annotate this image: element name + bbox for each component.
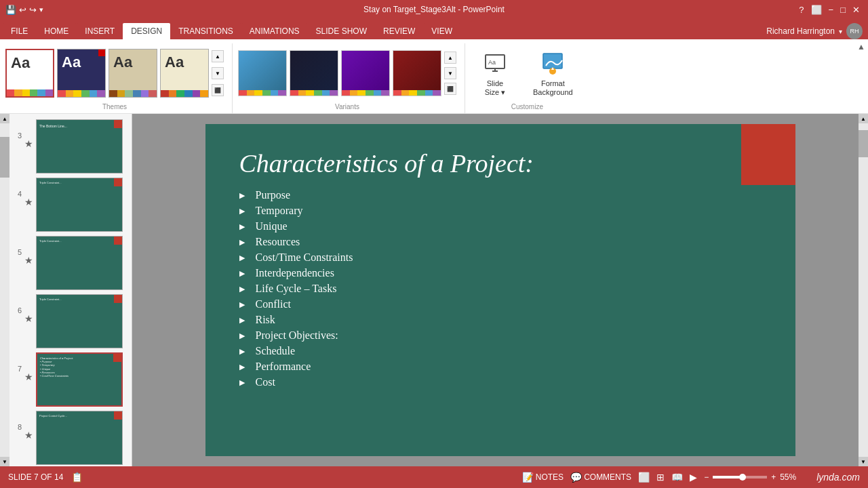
slide-thumb-4[interactable]: Triple Constraint...: [36, 178, 123, 232]
variant-4[interactable]: [393, 50, 441, 96]
slide-panel-scroll-track: [0, 123, 9, 457]
slide-thumb-8[interactable]: Project Control Cycle...: [36, 411, 123, 465]
slide-star-4: ★: [24, 178, 33, 207]
comments-button[interactable]: 💬 COMMENTS: [570, 472, 631, 483]
variants-scroll-more[interactable]: ⬛: [444, 83, 456, 95]
format-background-button[interactable]: FormatBackground: [528, 47, 578, 100]
slide-thumb-3[interactable]: The Bottom Line...: [36, 119, 123, 174]
variant-3[interactable]: [341, 50, 390, 96]
normal-view-icon[interactable]: ⬜: [638, 472, 650, 483]
zoom-handle[interactable]: [739, 474, 746, 481]
theme-tile-3[interactable]: Aa: [108, 49, 157, 98]
variants-scroll-down[interactable]: ▼: [444, 67, 456, 79]
tab-file[interactable]: FILE: [3, 23, 36, 39]
user-area[interactable]: Richard Harrington ▾ RH: [761, 23, 868, 39]
slide-notes-toggle-icon[interactable]: 📋: [71, 472, 83, 483]
canvas-scroll-down[interactable]: ▼: [859, 457, 868, 466]
tab-transitions[interactable]: TRANSITIONS: [170, 23, 241, 39]
slideshow-icon[interactable]: ▶: [690, 472, 697, 483]
theme-tile-2[interactable]: Aa: [57, 49, 106, 98]
themes-scroll-down[interactable]: ▼: [212, 67, 224, 79]
canvas-scroll-up[interactable]: ▲: [859, 114, 868, 123]
slide-content: ▶ Purpose ▶ Temporary ▶ Unique ▶ Resourc…: [205, 189, 795, 388]
slide-number-5: 5: [12, 236, 22, 256]
theme-tile-4[interactable]: Aa: [160, 49, 209, 98]
zoom-control[interactable]: − + 55%: [704, 472, 796, 482]
slide-info: SLIDE 7 OF 14: [8, 472, 63, 482]
tab-home[interactable]: HOME: [36, 23, 77, 39]
customize-group: Aa SlideSize ▾ FormatBackground: [471, 43, 584, 113]
themes-scroll-up[interactable]: ▲: [212, 50, 224, 62]
zoom-minus[interactable]: −: [704, 472, 709, 482]
tab-review[interactable]: REVIEW: [375, 23, 423, 39]
slide-title: Characteristics of a Project:: [205, 124, 795, 189]
slide-item-8[interactable]: 8 ★ Project Control Cycle...: [12, 411, 129, 465]
slide-star-6: ★: [24, 294, 33, 324]
main-slide[interactable]: Characteristics of a Project: ▶ Purpose …: [205, 124, 795, 456]
bullet-lifecycle: ▶ Life Cycle – Tasks: [239, 283, 762, 295]
reading-view-icon[interactable]: 📖: [671, 472, 683, 483]
bullet-risk: ▶ Risk: [239, 314, 762, 326]
user-avatar: RH: [846, 23, 863, 39]
lynda-watermark: lynda.com: [816, 472, 860, 483]
slide-size-label: SlideSize ▾: [485, 79, 505, 97]
bullet-project-objectives: ▶ Project Objectives:: [239, 329, 762, 342]
slide-number-3: 3: [12, 119, 22, 140]
bullet-resources: ▶ Resources: [239, 236, 762, 248]
format-background-label: FormatBackground: [533, 79, 573, 97]
slide-star-3: ★: [24, 119, 33, 149]
restore-down-icon[interactable]: ⬜: [808, 5, 825, 15]
svg-text:Aa: Aa: [488, 59, 496, 66]
variants-group-label: Variants: [238, 103, 456, 113]
variant-1[interactable]: [238, 50, 287, 96]
notes-button[interactable]: 📝 NOTES: [522, 472, 564, 483]
zoom-level[interactable]: 55%: [780, 472, 796, 482]
save-icon[interactable]: 💾: [5, 5, 16, 15]
help-icon[interactable]: ?: [796, 5, 806, 15]
user-dropdown-icon[interactable]: ▾: [839, 28, 842, 35]
tab-slideshow[interactable]: SLIDE SHOW: [308, 23, 375, 39]
tab-design[interactable]: DESIGN: [123, 23, 170, 39]
slide-thumb-6[interactable]: Triple Constraint...: [36, 294, 123, 348]
canvas-area: Characteristics of a Project: ▶ Purpose …: [132, 114, 868, 466]
bullet-performance: ▶ Performance: [239, 361, 762, 373]
bullet-unique: ▶ Unique: [239, 220, 762, 232]
slide-item-3[interactable]: 3 ★ The Bottom Line...: [12, 119, 129, 174]
slide-panel-scroll-up[interactable]: ▲: [0, 114, 9, 123]
customize-quick-access-icon[interactable]: ▾: [39, 5, 43, 14]
undo-icon[interactable]: ↩: [19, 5, 26, 15]
bullet-temporary: ▶ Temporary: [239, 205, 762, 217]
slide-panel-scroll-down[interactable]: ▼: [0, 457, 9, 466]
zoom-bar[interactable]: [713, 476, 767, 479]
tab-view[interactable]: VIEW: [423, 23, 460, 39]
variants-scroll-up[interactable]: ▲: [444, 52, 456, 64]
maximize-icon[interactable]: □: [837, 5, 848, 15]
minimize-icon[interactable]: −: [826, 5, 837, 15]
collapse-ribbon-button[interactable]: ▲: [857, 42, 865, 52]
slide-item-5[interactable]: 5 ★ Triple Constraint...: [12, 236, 129, 290]
user-name: Richard Harrington: [766, 26, 835, 36]
slide-number-8: 8: [12, 411, 22, 431]
redo-icon[interactable]: ↪: [29, 5, 37, 15]
status-bar: SLIDE 7 OF 14 📋 📝 NOTES 💬 COMMENTS ⬜ ⊞ 📖…: [0, 466, 868, 488]
slide-size-button[interactable]: Aa SlideSize ▾: [476, 47, 514, 100]
slide-number-4: 4: [12, 178, 22, 198]
slide-item-6[interactable]: 6 ★ Triple Constraint...: [12, 294, 129, 348]
tab-animations[interactable]: ANIMATIONS: [241, 23, 308, 39]
window-title: Stay on Target_Stage3Alt - PowerPoint: [363, 5, 505, 14]
slide-thumb-5[interactable]: Triple Constraint...: [36, 236, 123, 290]
zoom-plus[interactable]: +: [771, 472, 776, 482]
variant-2[interactable]: [290, 50, 338, 96]
slide-item-7[interactable]: 7 ★ Characteristics of a Project:• Purpo…: [12, 352, 129, 407]
slide-thumb-7[interactable]: Characteristics of a Project:• Purpose• …: [36, 352, 123, 407]
slide-sorter-icon[interactable]: ⊞: [656, 472, 665, 483]
theme-tile-1[interactable]: Aa: [5, 49, 54, 98]
slide-item-4[interactable]: 4 ★ Triple Constraint...: [12, 178, 129, 232]
slide-panel: 3 ★ The Bottom Line... 4 ★ Triple Constr…: [9, 114, 132, 466]
close-icon[interactable]: ✕: [850, 5, 863, 15]
slide-star-8: ★: [24, 411, 33, 441]
canvas-vscroll: ▲ ▼: [859, 114, 868, 466]
status-left: SLIDE 7 OF 14 📋: [8, 472, 83, 483]
themes-scroll-more[interactable]: ⬛: [212, 84, 224, 96]
tab-insert[interactable]: INSERT: [77, 23, 123, 39]
